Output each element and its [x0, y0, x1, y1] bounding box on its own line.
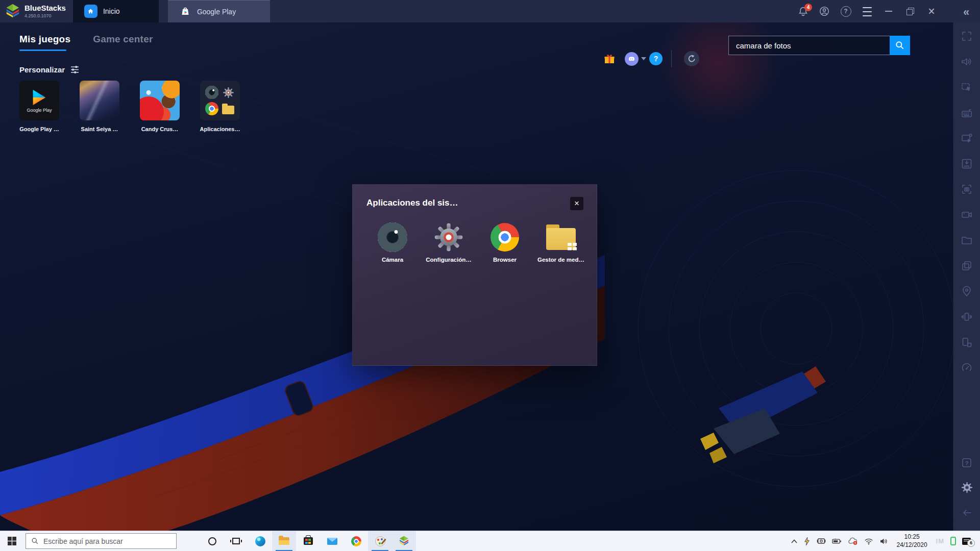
volume-icon [961, 56, 973, 68]
tray-volume-button[interactable] [879, 538, 888, 545]
search-button[interactable] [890, 36, 910, 55]
install-apk-button[interactable]: APK [960, 157, 973, 170]
modal-app-camara[interactable]: Cámara [364, 222, 421, 263]
tab-google-play[interactable]: Google Play [168, 0, 270, 22]
script-button[interactable] [960, 132, 973, 145]
play-store-icon [179, 5, 191, 18]
notification-badge: 4 [804, 4, 812, 11]
location-button[interactable] [960, 285, 973, 298]
video-camera-icon [961, 209, 973, 221]
tray-lightshot-button[interactable] [803, 537, 811, 546]
tab-inicio-label: Inicio [103, 7, 120, 15]
modal-title: Aplicaciones del sis… [366, 198, 458, 208]
rotate-screen-button[interactable] [960, 336, 973, 349]
taskbar-search[interactable] [26, 533, 177, 549]
microsoft-store-button[interactable] [296, 531, 320, 551]
minimize-button[interactable] [883, 6, 894, 17]
battery-icon [832, 538, 842, 544]
modal-close-button[interactable]: × [570, 197, 583, 210]
modal-app-gestor[interactable]: Gestor de med… [533, 222, 589, 263]
app-saint-seiya[interactable]: Saint Seiya … [80, 81, 119, 132]
tray-capture-button[interactable] [817, 537, 826, 545]
edge-button[interactable] [248, 531, 272, 551]
paint-button[interactable] [368, 531, 392, 551]
screen-recorder-button[interactable] [960, 208, 973, 221]
help-icon: ? [841, 6, 851, 17]
app-google-play[interactable]: Google Play Google Play … [19, 81, 59, 132]
account-button[interactable] [819, 6, 830, 17]
tab-game-center[interactable]: Game center [93, 34, 153, 51]
keyboard-controls-button[interactable] [960, 106, 973, 119]
menu-button[interactable] [862, 6, 873, 17]
app-label: Google Play … [16, 126, 63, 132]
header-help-button[interactable]: ? [649, 52, 663, 65]
action-center-button[interactable]: 6 [962, 538, 971, 545]
google-play-tile: Google Play [19, 81, 59, 120]
keyboard-icon [961, 107, 973, 119]
system-apps-modal: Aplicaciones del sis… × Cámara [352, 184, 597, 366]
sync-button[interactable] [684, 51, 699, 66]
sidebar-help-button[interactable]: ? [960, 456, 973, 469]
mail-button[interactable] [320, 531, 344, 551]
restore-button[interactable] [904, 6, 916, 17]
rotate-screen-icon [961, 336, 973, 348]
shake-phone-icon [961, 311, 973, 323]
brand-version: 4.250.0.1070 [24, 13, 66, 18]
toolbar-sidebar: APK ? [953, 22, 980, 531]
modal-app-configuracion[interactable]: Configuración… [421, 222, 477, 263]
back-arrow-icon [961, 507, 973, 519]
discord-button[interactable] [625, 52, 639, 66]
tray-battery-button[interactable] [832, 538, 842, 544]
performance-button[interactable] [960, 361, 973, 374]
collapse-sidebar-button[interactable]: « [961, 6, 972, 17]
search-input[interactable] [728, 36, 890, 55]
app-label: Saint Seiya … [76, 126, 123, 132]
sidebar-back-button[interactable] [960, 506, 973, 519]
close-button[interactable]: × [926, 6, 937, 17]
notification-bell-button[interactable]: 4 [797, 6, 808, 17]
app-folder-aplicaciones[interactable]: Aplicaciones… [200, 81, 240, 132]
app-grid: Google Play Google Play … Saint Seiya … … [19, 81, 240, 132]
media-manager-button[interactable] [960, 234, 973, 247]
task-view-button[interactable] [224, 531, 248, 551]
chrome-mini-icon [205, 102, 218, 115]
volume-button[interactable] [960, 55, 973, 68]
ime-indicator[interactable]: IM [936, 537, 944, 545]
file-explorer-button[interactable] [272, 531, 296, 551]
taskbar-apps [200, 531, 416, 551]
tab-mis-juegos[interactable]: Mis juegos [19, 34, 70, 51]
your-phone-button[interactable] [950, 537, 956, 545]
folder-icon [961, 234, 973, 246]
chrome-button[interactable] [344, 531, 368, 551]
shake-button[interactable] [960, 310, 973, 323]
multi-instance-button[interactable] [960, 259, 973, 272]
help-button[interactable]: ? [840, 6, 851, 17]
chrome-icon [491, 223, 519, 252]
fullscreen-button[interactable] [960, 30, 973, 43]
start-button[interactable] [0, 531, 23, 551]
cortana-button[interactable] [200, 531, 224, 551]
macro-recorder-button[interactable] [960, 81, 973, 94]
tray-onedrive-button[interactable] [848, 537, 858, 545]
cortana-icon [208, 537, 216, 545]
search-icon [31, 537, 39, 545]
windows-taskbar: 10:25 24/12/2020 IM 6 [0, 531, 980, 551]
tray-expand-button[interactable] [791, 539, 797, 543]
customize-filter-icon[interactable] [70, 65, 79, 74]
chevron-down-icon[interactable] [641, 57, 646, 60]
macro-icon [961, 81, 973, 93]
modal-app-browser[interactable]: Browser [477, 222, 533, 263]
taskbar-clock[interactable]: 10:25 24/12/2020 [894, 533, 930, 549]
screenshot-button[interactable] [960, 183, 973, 196]
tab-inicio[interactable]: Inicio [73, 0, 159, 22]
taskbar-search-input[interactable] [43, 537, 161, 545]
store-icon [304, 537, 313, 545]
edge-icon [255, 536, 265, 546]
windows-logo-icon [568, 243, 572, 246]
app-candy-crush[interactable]: Candy Crus… [140, 81, 180, 132]
tray-wifi-button[interactable] [864, 538, 873, 545]
bluestacks-taskbar-button[interactable] [392, 531, 416, 551]
cloud-error-icon [848, 537, 858, 545]
gift-button[interactable] [603, 53, 616, 67]
sidebar-settings-button[interactable] [960, 481, 973, 494]
